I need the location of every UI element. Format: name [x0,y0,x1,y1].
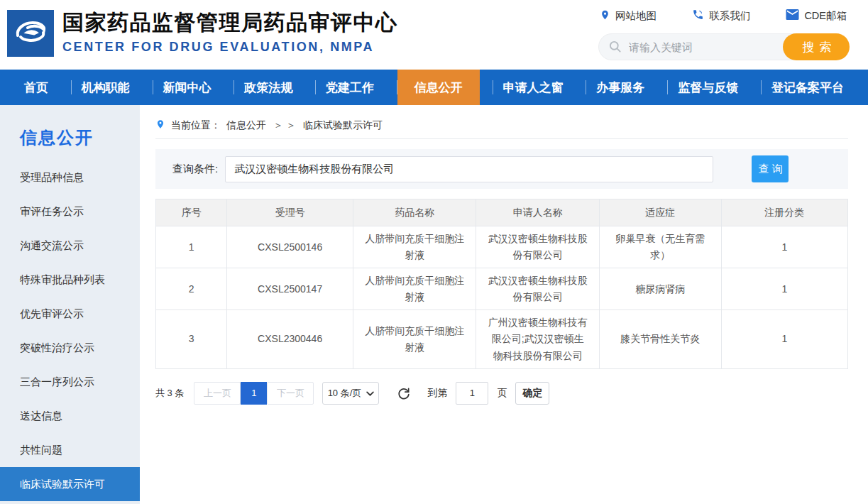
site-header: 国家药品监督管理局药品审评中心 CENTER FOR DRUG EVALUATI… [0,0,868,70]
breadcrumb-separator: ＞ ＞ [273,119,296,132]
nav-item-info-disclosure[interactable]: 信息公开 [397,70,480,105]
sidebar-item-priority-review[interactable]: 优先审评公示 [0,297,140,331]
page-number-current[interactable]: 1 [241,382,267,405]
chevron-down-icon [366,388,374,398]
header-registration-class: 注册分类 [721,199,847,226]
sidebar: 信息公开 受理品种信息 审评任务公示 沟通交流公示 特殊审批品种列表 优先审评公… [0,105,140,504]
nav-item-party[interactable]: 党建工作 [316,70,384,105]
result-table: 序号 受理号 药品名称 申请人名称 适应症 注册分类 1 CXSL2500146… [155,199,848,369]
location-pin-icon [155,118,165,133]
header-indication: 适应症 [599,199,721,226]
page-size-value: 10 条/页 [328,387,362,400]
envelope-icon [786,9,799,22]
cell-acceptance-no: CXSL2300446 [227,310,353,368]
cell-seq: 1 [156,226,227,268]
cell-drug-name: 人脐带间充质干细胞注射液 [353,226,476,268]
page-size-select[interactable]: 10 条/页 [322,382,379,405]
goto-unit: 页 [497,387,507,400]
nav-item-registration-platform[interactable]: 登记备案平台 [762,70,854,105]
cde-mail-link[interactable]: CDE邮箱 [786,9,847,23]
pagination: 共 3 条 上一页 1 下一页 10 条/页 到第 页 确定 [155,382,848,405]
goto-label: 到第 [427,387,447,400]
breadcrumb-section[interactable]: 信息公开 [226,119,266,132]
nav-item-services[interactable]: 办事服务 [586,70,654,105]
location-pin-icon [600,9,610,23]
prev-page-button[interactable]: 上一页 [194,382,241,405]
table-header-row: 序号 受理号 药品名称 申请人名称 适应症 注册分类 [156,199,848,226]
nav-item-news[interactable]: 新闻中心 [153,70,221,105]
header-drug-name: 药品名称 [353,199,476,226]
confirm-button[interactable]: 确定 [515,382,549,405]
phone-icon [692,9,704,23]
nav-item-policies[interactable]: 政策法规 [234,70,302,105]
content-area: 当前位置：信息公开 ＞ ＞ 临床试验默示许可 查询条件: 查询 序号 受理号 药… [140,105,868,504]
table-row: 3 CXSL2300446 人脐带间充质干细胞注射液 广州汉密顿生物科技有限公司… [156,310,848,368]
main-nav: 首页 机构职能 新闻中心 政策法规 党建工作 信息公开 申请人之窗 办事服务 监… [0,70,868,105]
cde-swoosh-icon [12,13,49,53]
table-row: 2 CXSL2500147 人脐带间充质干细胞注射液 武汉汉密顿生物科技股份有限… [156,268,848,310]
cell-applicant: 武汉汉密顿生物科技股份有限公司 [476,226,600,268]
goto-page-group: 到第 页 确定 [427,382,549,405]
cell-applicant: 武汉汉密顿生物科技股份有限公司 [476,268,600,310]
nav-item-supervision[interactable]: 监督与反馈 [668,70,748,105]
cde-logo [7,10,54,57]
breadcrumb-current: 临床试验默示许可 [303,119,383,132]
header-acceptance-no: 受理号 [227,199,353,226]
sidebar-item-breakthrough-therapy[interactable]: 突破性治疗公示 [0,331,140,365]
sidebar-item-clinical-trial-implied-license[interactable]: 临床试验默示许可 [0,467,140,501]
query-label: 查询条件: [172,163,218,176]
search-icon [608,40,622,57]
main-area: 信息公开 受理品种信息 审评任务公示 沟通交流公示 特殊审批品种列表 优先审评公… [0,105,868,504]
query-panel: 查询条件: 查询 [155,149,848,189]
header-right: 网站地图 联系我们 CDE邮箱 搜索 [598,7,848,60]
sidebar-item-special-approval[interactable]: 特殊审批品种列表 [0,263,140,297]
breadcrumb-label: 当前位置： [171,119,221,132]
cell-seq: 2 [156,268,227,310]
cell-registration-class: 1 [721,226,847,268]
cell-acceptance-no: CXSL2500146 [227,226,353,268]
nav-item-applicant-window[interactable]: 申请人之窗 [493,70,573,105]
query-button[interactable]: 查询 [752,155,789,182]
sidebar-item-review-tasks[interactable]: 审评任务公示 [0,195,140,229]
total-count: 共 3 条 [155,387,184,400]
contact-link[interactable]: 联系我们 [692,9,750,23]
search-bar: 搜索 [598,33,848,60]
cell-indication: 糖尿病肾病 [599,268,721,310]
next-page-button[interactable]: 下一页 [267,382,314,405]
sidebar-item-common-issues[interactable]: 共性问题 [0,433,140,467]
cell-registration-class: 1 [721,268,847,310]
sidebar-item-communication[interactable]: 沟通交流公示 [0,229,140,263]
cell-applicant: 广州汉密顿生物科技有限公司;武汉汉密顿生物科技股份有限公司 [476,310,600,368]
cde-mail-label: CDE邮箱 [804,9,847,23]
site-title-cn: 国家药品监督管理局药品审评中心 [62,9,398,36]
table-row: 1 CXSL2500146 人脐带间充质干细胞注射液 武汉汉密顿生物科技股份有限… [156,226,848,268]
header-seq: 序号 [156,199,227,226]
search-button[interactable]: 搜索 [783,33,850,60]
cell-drug-name: 人脐带间充质干细胞注射液 [353,268,476,310]
sitemap-label: 网站地图 [615,9,657,23]
site-title-en: CENTER FOR DRUG EVALUATION, NMPA [62,40,398,55]
contact-label: 联系我们 [709,9,750,23]
cell-registration-class: 1 [721,310,847,368]
sidebar-item-three-in-one[interactable]: 三合一序列公示 [0,365,140,399]
sidebar-title: 信息公开 [20,126,140,149]
sitemap-link[interactable]: 网站地图 [600,9,657,23]
cell-drug-name: 人脐带间充质干细胞注射液 [353,310,476,368]
nav-item-home[interactable]: 首页 [14,70,58,105]
nav-item-functions[interactable]: 机构职能 [72,70,140,105]
cell-seq: 3 [156,310,227,368]
query-input[interactable] [225,156,713,182]
sidebar-item-accepted-varieties[interactable]: 受理品种信息 [0,160,140,195]
quick-links: 网站地图 联系我们 CDE邮箱 [598,7,848,24]
cell-indication: 卵巢早衰（无生育需求） [599,226,721,268]
cell-indication: 膝关节骨性关节炎 [599,310,721,368]
breadcrumb: 当前位置：信息公开 ＞ ＞ 临床试验默示许可 [155,112,848,139]
header-applicant: 申请人名称 [476,199,600,226]
sidebar-item-delivery-info[interactable]: 送达信息 [0,399,140,433]
cell-acceptance-no: CXSL2500147 [227,268,353,310]
goto-page-input[interactable] [456,382,488,405]
site-title-block: 国家药品监督管理局药品审评中心 CENTER FOR DRUG EVALUATI… [62,9,398,55]
refresh-icon[interactable] [396,385,412,401]
